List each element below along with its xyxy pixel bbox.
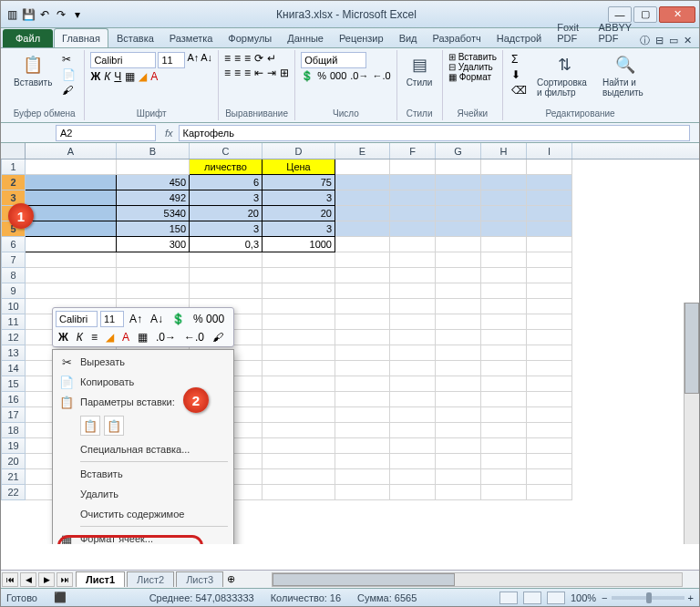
cell[interactable] bbox=[527, 345, 572, 361]
col-header[interactable]: D bbox=[262, 143, 335, 159]
zoom-in-icon[interactable]: + bbox=[688, 592, 694, 603]
cell[interactable]: 20 bbox=[190, 206, 262, 221]
cell[interactable] bbox=[26, 237, 117, 252]
cell[interactable] bbox=[436, 190, 481, 206]
col-header[interactable]: G bbox=[436, 143, 481, 159]
cell[interactable] bbox=[190, 268, 262, 283]
view-normal-icon[interactable] bbox=[499, 592, 518, 604]
cell[interactable] bbox=[335, 206, 390, 221]
cell[interactable] bbox=[527, 221, 572, 237]
ctx-clear[interactable]: Очистить содержимое bbox=[55, 504, 232, 524]
row-header[interactable]: 2 bbox=[1, 175, 26, 190]
cell[interactable] bbox=[436, 206, 481, 221]
cell[interactable] bbox=[390, 345, 436, 361]
cell[interactable] bbox=[262, 345, 335, 361]
cell[interactable] bbox=[335, 345, 390, 361]
cell[interactable] bbox=[481, 345, 527, 361]
cell[interactable] bbox=[262, 330, 335, 345]
cell[interactable] bbox=[481, 221, 527, 237]
cell[interactable] bbox=[335, 438, 390, 454]
col-header[interactable]: A bbox=[26, 143, 117, 159]
percent-icon[interactable]: % bbox=[317, 70, 326, 82]
cell[interactable] bbox=[26, 159, 117, 175]
cell[interactable] bbox=[481, 485, 527, 500]
row-header[interactable]: 7 bbox=[1, 252, 26, 268]
mini-align-icon[interactable]: ≡ bbox=[88, 331, 100, 344]
row-header[interactable]: 10 bbox=[1, 299, 26, 314]
redo-icon[interactable]: ↷ bbox=[54, 7, 68, 22]
cell[interactable] bbox=[390, 407, 436, 423]
sheet-nav-prev[interactable]: ◀ bbox=[20, 572, 36, 587]
scroll-thumb[interactable] bbox=[685, 303, 699, 394]
cell[interactable] bbox=[335, 469, 390, 485]
name-box[interactable]: A2 bbox=[56, 125, 156, 141]
mini-border-icon[interactable]: ▦ bbox=[135, 331, 150, 344]
fill-icon[interactable]: ⬇ bbox=[509, 67, 530, 82]
cell[interactable] bbox=[481, 314, 527, 330]
cell[interactable] bbox=[436, 423, 481, 438]
cell[interactable] bbox=[527, 376, 572, 392]
bold-icon[interactable]: Ж bbox=[90, 70, 100, 83]
undo-icon[interactable]: ↶ bbox=[37, 7, 52, 22]
row-header[interactable]: 22 bbox=[1, 485, 26, 500]
delete-cells-icon[interactable]: ⊟ bbox=[448, 62, 456, 72]
number-format-combo[interactable]: Общий bbox=[301, 52, 366, 68]
ctx-insert[interactable]: Вставить bbox=[55, 464, 232, 484]
tab-review[interactable]: Рецензир bbox=[332, 29, 391, 47]
row-header[interactable]: 13 bbox=[1, 345, 26, 361]
cell[interactable] bbox=[481, 376, 527, 392]
format-painter-icon[interactable]: 🖌 bbox=[59, 83, 78, 98]
align-bot-icon[interactable]: ≡ bbox=[244, 52, 251, 65]
currency-icon[interactable]: 💲 bbox=[301, 70, 314, 82]
cell[interactable] bbox=[262, 423, 335, 438]
cell[interactable] bbox=[481, 237, 527, 252]
cell[interactable] bbox=[390, 438, 436, 454]
row-header[interactable]: 6 bbox=[1, 237, 26, 252]
wrap-icon[interactable]: ↵ bbox=[267, 52, 276, 65]
sort-filter-button[interactable]: ⇅Сортировка и фильтр bbox=[533, 52, 595, 99]
row-header[interactable]: 11 bbox=[1, 314, 26, 330]
cell[interactable] bbox=[335, 252, 390, 268]
cell[interactable] bbox=[481, 454, 527, 469]
sheet-nav-next[interactable]: ▶ bbox=[38, 572, 55, 587]
styles-button[interactable]: ▤Стили bbox=[403, 52, 437, 89]
indent-inc-icon[interactable]: ⇥ bbox=[267, 67, 276, 79]
mini-fontcolor-icon[interactable]: A bbox=[119, 331, 132, 344]
col-header[interactable]: I bbox=[527, 143, 572, 159]
row-header[interactable]: 8 bbox=[1, 268, 26, 283]
cell[interactable] bbox=[436, 407, 481, 423]
copy-icon[interactable]: 📄 bbox=[59, 67, 78, 82]
find-select-button[interactable]: 🔍Найти и выделить bbox=[599, 52, 652, 99]
cell[interactable] bbox=[117, 159, 190, 175]
row-header[interactable]: 20 bbox=[1, 454, 26, 469]
minimize-ribbon-icon[interactable]: ⊟ bbox=[655, 35, 664, 46]
tab-insert[interactable]: Вставка bbox=[109, 29, 161, 47]
shrink-font-icon[interactable]: A↓ bbox=[201, 52, 212, 68]
cell[interactable] bbox=[390, 159, 436, 175]
view-layout-icon[interactable] bbox=[523, 592, 541, 604]
cell[interactable]: 1000 bbox=[262, 237, 335, 252]
cell[interactable] bbox=[262, 392, 335, 407]
cell[interactable]: 75 bbox=[262, 175, 335, 190]
close-button[interactable]: ✕ bbox=[659, 6, 695, 23]
border-icon[interactable]: ▦ bbox=[125, 70, 135, 83]
cell[interactable]: 3 bbox=[190, 221, 262, 237]
paste-button[interactable]: 📋Вставить bbox=[10, 52, 56, 89]
autosum-icon[interactable]: Σ bbox=[509, 52, 530, 67]
cell[interactable] bbox=[527, 314, 572, 330]
cell[interactable] bbox=[262, 252, 335, 268]
mini-grow-icon[interactable]: A↑ bbox=[127, 313, 145, 325]
cell[interactable] bbox=[527, 361, 572, 376]
inc-decimal-icon[interactable]: .0→ bbox=[350, 70, 368, 82]
cell[interactable] bbox=[527, 485, 572, 500]
font-name-combo[interactable]: Calibri bbox=[90, 52, 156, 68]
cell[interactable] bbox=[481, 175, 527, 190]
macro-rec-icon[interactable]: ⬛ bbox=[54, 592, 67, 603]
col-header[interactable]: H bbox=[481, 143, 527, 159]
cell[interactable] bbox=[436, 345, 481, 361]
cell[interactable] bbox=[335, 159, 390, 175]
new-sheet-icon[interactable]: ⊕ bbox=[227, 573, 235, 585]
cell[interactable] bbox=[436, 438, 481, 454]
cell[interactable] bbox=[262, 283, 335, 299]
cell[interactable] bbox=[390, 206, 436, 221]
